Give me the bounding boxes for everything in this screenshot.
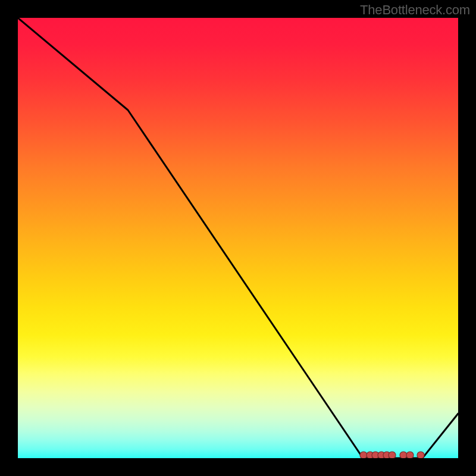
bottleneck-curve (18, 18, 458, 458)
marker-dot (417, 452, 424, 458)
marker-dot (400, 452, 407, 458)
line-chart-svg (18, 18, 458, 458)
chart-container: TheBottleneck.com (0, 0, 476, 476)
attribution-text: TheBottleneck.com (360, 2, 470, 18)
marker-dot (360, 452, 367, 458)
marker-dot (389, 452, 396, 458)
marker-group (360, 452, 424, 458)
marker-dot (406, 452, 414, 458)
plot-area (18, 18, 458, 458)
